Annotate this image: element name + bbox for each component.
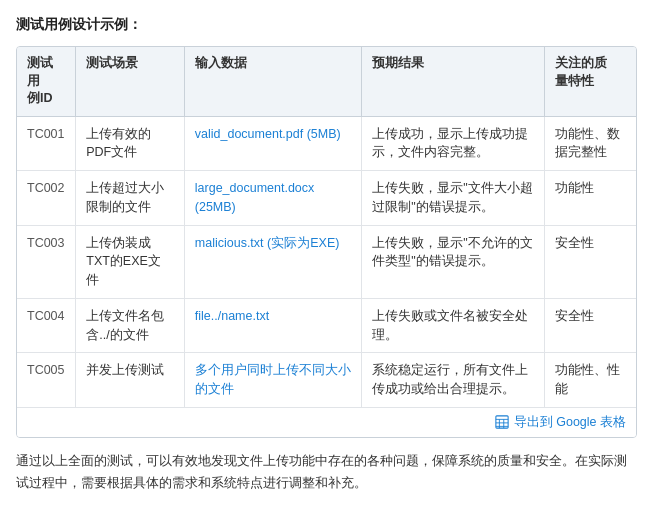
cell-quality: 功能性 [545,171,636,226]
table-row: TC002上传超过大小限制的文件large_document.docx (25M… [17,171,636,226]
test-cases-table: 测试用例ID 测试场景 输入数据 预期结果 关注的质量特性 TC001上传有效的… [17,47,636,407]
export-row[interactable]: 导出到 Google 表格 [17,407,636,437]
cell-scenario: 上传超过大小限制的文件 [76,171,185,226]
cell-expected: 上传失败，显示"不允许的文件类型"的错误提示。 [362,225,545,298]
col-header-id: 测试用例ID [17,47,76,116]
cell-expected: 上传失败，显示"文件大小超过限制"的错误提示。 [362,171,545,226]
cell-scenario: 并发上传测试 [76,353,185,407]
cell-id: TC002 [17,171,76,226]
table-header-row: 测试用例ID 测试场景 输入数据 预期结果 关注的质量特性 [17,47,636,116]
export-button[interactable]: 导出到 Google 表格 [495,414,626,431]
cell-expected: 系统稳定运行，所有文件上传成功或给出合理提示。 [362,353,545,407]
cell-expected: 上传成功，显示上传成功提示，文件内容完整。 [362,116,545,171]
table-row: TC005并发上传测试多个用户同时上传不同大小的文件系统稳定运行，所有文件上传成… [17,353,636,407]
section-title: 测试用例设计示例： [16,16,637,34]
footer-text: 通过以上全面的测试，可以有效地发现文件上传功能中存在的各种问题，保障系统的质量和… [16,450,637,494]
cell-scenario: 上传伪装成TXT的EXE文件 [76,225,185,298]
col-header-input: 输入数据 [184,47,362,116]
cell-id: TC003 [17,225,76,298]
cell-input: 多个用户同时上传不同大小的文件 [184,353,362,407]
cell-id: TC005 [17,353,76,407]
cell-quality: 功能性、性能 [545,353,636,407]
cell-input: large_document.docx (25MB) [184,171,362,226]
cell-scenario: 上传有效的PDF文件 [76,116,185,171]
table-row: TC004上传文件名包含../的文件file../name.txt上传失败或文件… [17,298,636,353]
table-row: TC003上传伪装成TXT的EXE文件malicious.txt (实际为EXE… [17,225,636,298]
export-icon [495,415,509,429]
cell-quality: 功能性、数据完整性 [545,116,636,171]
cell-expected: 上传失败或文件名被安全处理。 [362,298,545,353]
cell-id: TC001 [17,116,76,171]
cell-id: TC004 [17,298,76,353]
cell-input: file../name.txt [184,298,362,353]
cell-quality: 安全性 [545,298,636,353]
cell-input: malicious.txt (实际为EXE) [184,225,362,298]
test-cases-table-container: 测试用例ID 测试场景 输入数据 预期结果 关注的质量特性 TC001上传有效的… [16,46,637,438]
col-header-expected: 预期结果 [362,47,545,116]
cell-scenario: 上传文件名包含../的文件 [76,298,185,353]
export-label: 导出到 Google 表格 [514,414,626,431]
cell-input: valid_document.pdf (5MB) [184,116,362,171]
col-header-scenario: 测试场景 [76,47,185,116]
table-row: TC001上传有效的PDF文件valid_document.pdf (5MB)上… [17,116,636,171]
cell-quality: 安全性 [545,225,636,298]
col-header-quality: 关注的质量特性 [545,47,636,116]
